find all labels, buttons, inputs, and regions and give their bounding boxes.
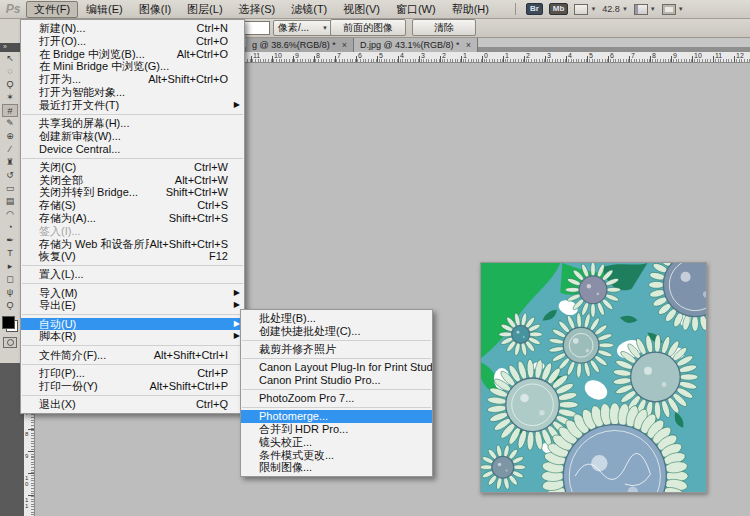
- menubar-item[interactable]: 编辑(E): [78, 1, 131, 18]
- menu-item[interactable]: 签入(I)...: [21, 225, 244, 238]
- menu-item[interactable]: 创建新审核(W)...: [21, 130, 244, 143]
- menu-item[interactable]: 脚本(R)▶: [21, 330, 244, 343]
- menubar-item[interactable]: 文件(F): [26, 1, 78, 18]
- pen-tool[interactable]: ✒: [2, 234, 18, 247]
- menu-item[interactable]: 关闭全部Alt+Ctrl+W: [21, 174, 244, 187]
- menu-item[interactable]: 文件简介(F)...Alt+Shift+Ctrl+I: [21, 349, 244, 362]
- menu-item[interactable]: Canon Print Studio Pro...: [241, 374, 432, 387]
- menu-item[interactable]: 条件模式更改...: [241, 449, 432, 462]
- foreground-color-swatch[interactable]: [2, 316, 15, 329]
- ruler-label: 2: [526, 52, 530, 59]
- menu-item[interactable]: 打开(O)...Ctrl+O: [21, 35, 244, 48]
- menu-item[interactable]: Photomerge...: [241, 410, 432, 423]
- toolbox-panel: » ↖◌Ϙ✶#✎⊕∕♜↺▭▤◠◔✒T▸◻ψǪ: [0, 18, 21, 363]
- menu-item[interactable]: 创建快捷批处理(C)...: [241, 325, 432, 338]
- clear-button[interactable]: 清除: [412, 19, 476, 36]
- menu-item-label: 在 Mini Bridge 中浏览(G)...: [21, 60, 244, 73]
- menubar-item[interactable]: 选择(S): [231, 1, 284, 18]
- launch-bridge-icon[interactable]: Br: [526, 3, 543, 15]
- zoom-tool[interactable]: Ǫ: [2, 299, 18, 312]
- toolbox-collapse-button[interactable]: »: [0, 43, 20, 52]
- menu-item[interactable]: 打开为...Alt+Shift+Ctrl+O: [21, 73, 244, 86]
- ruler-label: 5: [589, 52, 593, 59]
- menu-item[interactable]: PhotoZoom Pro 7...: [241, 392, 432, 405]
- menu-item-shortcut: Alt+Shift+Ctrl+S: [149, 238, 244, 251]
- menubar-item[interactable]: 帮助(H): [444, 1, 497, 18]
- menu-item[interactable]: 共享我的屏幕(H)...: [21, 117, 244, 130]
- menu-item[interactable]: 导出(E)▶: [21, 299, 244, 312]
- ruler-tick: [524, 56, 525, 62]
- quick-selection-tool[interactable]: ✶: [2, 91, 18, 104]
- document-image[interactable]: [480, 262, 707, 493]
- ruler-tick: [28, 495, 34, 496]
- menu-item[interactable]: 存储(S)Ctrl+S: [21, 199, 244, 212]
- ruler-tick: [251, 56, 252, 62]
- history-brush-tool[interactable]: ↺: [2, 169, 18, 182]
- screen-mode-dropdown[interactable]: ▼: [662, 4, 684, 15]
- menu-item[interactable]: 导入(M)▶: [21, 287, 244, 300]
- menu-item[interactable]: 批处理(B)...: [241, 312, 432, 325]
- unit-dropdown[interactable]: 像素/... ▼: [273, 20, 333, 36]
- blur-tool[interactable]: ◠: [2, 208, 18, 221]
- gradient-tool[interactable]: ▤: [2, 195, 18, 208]
- front-image-button[interactable]: 前面的图像: [330, 19, 406, 36]
- close-icon[interactable]: ×: [342, 40, 347, 50]
- menu-item[interactable]: 打印一份(Y)Alt+Shift+Ctrl+P: [21, 380, 244, 393]
- menu-item[interactable]: 恢复(V)F12: [21, 250, 244, 263]
- clone-stamp-tool[interactable]: ♜: [2, 156, 18, 169]
- menu-item[interactable]: 关闭并转到 Bridge...Shift+Ctrl+W: [21, 186, 244, 199]
- dodge-tool[interactable]: ◔: [2, 221, 18, 234]
- menu-item-label: 置入(L)...: [21, 268, 244, 281]
- menu-bar: Ps 文件(F)编辑(E)图像(I)图层(L)选择(S)滤镜(T)视图(V)窗口…: [0, 0, 750, 19]
- menubar-item[interactable]: 图像(I): [131, 1, 179, 18]
- menu-item[interactable]: 在 Bridge 中浏览(B)...Alt+Ctrl+O: [21, 48, 244, 61]
- menu-item[interactable]: 存储为(A)...Shift+Ctrl+S: [21, 212, 244, 225]
- menu-item[interactable]: Canon Layout Plug-In for Print Studio Pr…: [241, 361, 432, 374]
- move-tool[interactable]: ↖: [2, 52, 18, 65]
- menubar-item[interactable]: 图层(L): [179, 1, 230, 18]
- ruler-tick: [503, 56, 504, 62]
- menu-item[interactable]: 关闭(C)Ctrl+W: [21, 161, 244, 174]
- menu-item[interactable]: 新建(N)...Ctrl+N: [21, 22, 244, 35]
- menu-item[interactable]: 镜头校正...: [241, 436, 432, 449]
- menu-item[interactable]: 最近打开文件(T)▶: [21, 99, 244, 112]
- quick-mask-icon[interactable]: [3, 337, 17, 348]
- menubar-item[interactable]: 窗口(W): [388, 1, 444, 18]
- healing-brush-tool[interactable]: ⊕: [2, 130, 18, 143]
- hand-tool[interactable]: ψ: [2, 286, 18, 299]
- arrange-documents-dropdown[interactable]: ▼: [634, 4, 656, 15]
- type-tool[interactable]: T: [2, 247, 18, 260]
- menu-item[interactable]: 限制图像...: [241, 461, 432, 474]
- close-icon[interactable]: ×: [466, 40, 471, 50]
- zoom-level-dropdown[interactable]: 42.8 ▼: [602, 4, 627, 14]
- menubar-item[interactable]: 滤镜(T): [283, 1, 335, 18]
- width-input[interactable]: [243, 21, 270, 35]
- color-swatches[interactable]: [2, 316, 18, 332]
- launch-mini-bridge-icon[interactable]: Mb: [549, 3, 569, 15]
- eraser-tool[interactable]: ▭: [2, 182, 18, 195]
- brush-tool[interactable]: ∕: [2, 143, 18, 156]
- menubar-item[interactable]: 视图(V): [335, 1, 388, 18]
- menu-item[interactable]: 打开为智能对象...: [21, 86, 244, 99]
- menu-item[interactable]: 置入(L)...: [21, 268, 244, 281]
- menu-item[interactable]: 合并到 HDR Pro...: [241, 423, 432, 436]
- shape-tool[interactable]: ◻: [2, 273, 18, 286]
- menu-item[interactable]: 存储为 Web 和设备所用格式(D)...Alt+Shift+Ctrl+S: [21, 238, 244, 251]
- menu-item[interactable]: 打印(P)...Ctrl+P: [21, 367, 244, 380]
- lasso-tool[interactable]: Ϙ: [2, 78, 18, 91]
- menu-item[interactable]: 退出(X)Ctrl+Q: [21, 398, 244, 411]
- document-tab[interactable]: D.jpg @ 43.1%(RGB/8) *×: [354, 37, 478, 52]
- menu-item[interactable]: 裁剪并修齐照片: [241, 343, 432, 356]
- crop-tool[interactable]: #: [2, 104, 18, 117]
- view-extras-dropdown[interactable]: ▼: [574, 4, 596, 15]
- eyedropper-tool[interactable]: ✎: [2, 117, 18, 130]
- marquee-tool[interactable]: ◌: [2, 65, 18, 78]
- path-selection-tool[interactable]: ▸: [2, 260, 18, 273]
- document-tab[interactable]: g @ 38.6%(RGB/8) *×: [246, 37, 354, 52]
- ruler-label: 11: [715, 52, 722, 59]
- menu-item[interactable]: Device Central...: [21, 143, 244, 156]
- submenu-arrow-icon: ▶: [234, 99, 240, 112]
- menu-item[interactable]: 在 Mini Bridge 中浏览(G)...: [21, 60, 244, 73]
- ruler-label: 5: [379, 52, 383, 59]
- menu-item[interactable]: 自动(U)▶: [21, 318, 244, 331]
